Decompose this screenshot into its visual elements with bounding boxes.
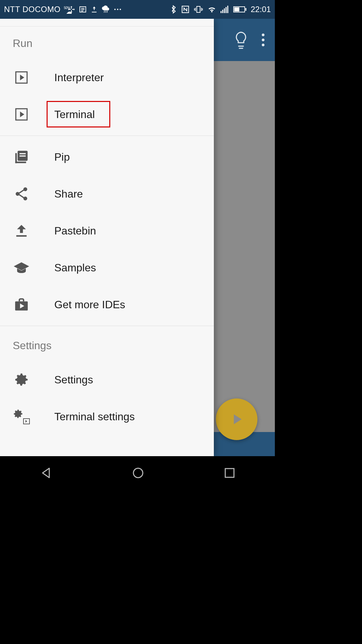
system-nav-bar xyxy=(0,456,275,490)
overflow-menu-icon[interactable] xyxy=(261,33,265,47)
carrier-label: NTT DOCOMO xyxy=(4,5,61,14)
menu-item-label: Interpreter xyxy=(54,71,104,84)
svg-point-30 xyxy=(16,192,20,196)
section-header-settings: Settings xyxy=(0,329,214,361)
rain-icon xyxy=(102,5,110,14)
menu-item-terminal[interactable]: Terminal xyxy=(0,96,214,133)
svg-rect-15 xyxy=(234,7,239,11)
battery-icon xyxy=(233,6,247,13)
section-header-run: Run xyxy=(0,26,214,59)
svg-point-6 xyxy=(120,9,121,10)
svg-rect-28 xyxy=(19,155,25,156)
svg-point-20 xyxy=(262,39,264,41)
signal-icon xyxy=(221,6,229,13)
svg-rect-32 xyxy=(16,235,27,236)
navigation-drawer: Run Interpreter Terminal Pip Share xyxy=(0,19,214,456)
nfc-icon xyxy=(181,5,190,14)
svg-point-35 xyxy=(133,468,143,478)
screen: NTT DOCOMO ☁50% xyxy=(0,0,275,490)
svg-rect-12 xyxy=(226,7,227,13)
menu-item-label: Terminal xyxy=(54,108,95,121)
upload-icon xyxy=(13,222,30,239)
menu-item-label: Pastebin xyxy=(54,225,96,237)
vibrate-icon xyxy=(194,5,203,14)
menu-item-label: Pip xyxy=(54,151,70,163)
svg-rect-9 xyxy=(221,11,222,13)
divider xyxy=(0,326,214,326)
svg-point-31 xyxy=(23,197,27,201)
svg-rect-16 xyxy=(245,8,246,11)
play-box-icon xyxy=(13,69,30,86)
play-icon xyxy=(230,412,244,426)
menu-item-label: Share xyxy=(54,188,83,200)
tip-icon[interactable] xyxy=(234,31,248,49)
run-fab[interactable] xyxy=(216,398,257,440)
menu-item-pip[interactable]: Pip xyxy=(0,139,214,175)
library-icon xyxy=(13,148,30,166)
svg-rect-27 xyxy=(19,153,25,154)
nav-back-icon[interactable] xyxy=(39,466,53,480)
nav-recent-icon[interactable] xyxy=(224,467,236,479)
play-box-icon xyxy=(13,106,30,123)
svg-rect-13 xyxy=(227,6,228,13)
clock-label: 22:01 xyxy=(251,5,271,14)
share-icon xyxy=(13,185,30,203)
bluetooth-icon xyxy=(170,5,177,14)
svg-point-21 xyxy=(262,44,264,46)
svg-point-5 xyxy=(117,9,118,10)
gear-terminal-icon xyxy=(13,408,30,425)
svg-rect-36 xyxy=(225,469,234,477)
svg-rect-10 xyxy=(222,10,223,13)
news-icon xyxy=(79,5,87,13)
menu-item-share[interactable]: Share xyxy=(0,175,214,212)
menu-item-label: Terminal settings xyxy=(54,411,135,423)
menu-item-label: Settings xyxy=(54,374,93,386)
menu-item-get-more-ides[interactable]: Get more IDEs xyxy=(0,286,214,323)
svg-rect-8 xyxy=(197,6,200,12)
download-icon xyxy=(90,5,98,13)
svg-rect-11 xyxy=(224,8,225,13)
more-notifications-icon xyxy=(114,8,122,11)
menu-item-label: Get more IDEs xyxy=(54,299,125,311)
menu-item-terminal-settings[interactable]: Terminal settings xyxy=(0,398,214,435)
menu-item-label: Samples xyxy=(54,262,96,274)
menu-item-settings[interactable]: Settings xyxy=(0,361,214,398)
nav-home-icon[interactable] xyxy=(131,466,145,480)
divider xyxy=(0,136,214,136)
menu-item-pastebin[interactable]: Pastebin xyxy=(0,212,214,249)
status-bar: NTT DOCOMO ☁50% xyxy=(0,0,275,19)
svg-point-29 xyxy=(23,187,27,191)
menu-item-samples[interactable]: Samples xyxy=(0,249,214,286)
briefcase-play-icon xyxy=(13,296,30,313)
school-icon xyxy=(13,259,30,276)
svg-point-19 xyxy=(262,34,264,36)
svg-rect-26 xyxy=(15,162,26,163)
svg-point-4 xyxy=(114,9,116,10)
gear-icon xyxy=(13,371,30,388)
menu-item-interpreter[interactable]: Interpreter xyxy=(0,59,214,96)
wifi-icon xyxy=(207,6,217,13)
